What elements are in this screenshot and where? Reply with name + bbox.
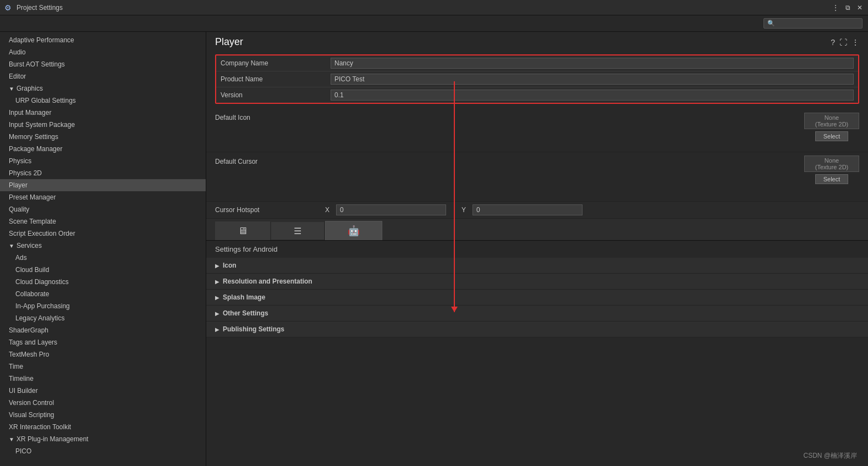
sidebar-item-burst-aot[interactable]: Burst AOT Settings: [0, 58, 206, 70]
sidebar-item-player[interactable]: Player: [0, 179, 206, 191]
search-bar-row: 🔍: [0, 15, 868, 32]
company-name-value: Nancy: [334, 59, 353, 67]
sidebar-item-xr-plugin[interactable]: ▼ XR Plug-in Management: [0, 433, 206, 445]
sidebar-item-visual-scripting[interactable]: Visual Scripting: [0, 409, 206, 421]
tab-webgl[interactable]: ☰: [271, 222, 324, 240]
sidebar: Adaptive Performance Audio Burst AOT Set…: [0, 32, 206, 466]
sidebar-item-cloud-diagnostics[interactable]: Cloud Diagnostics: [0, 276, 206, 288]
tab-standalone[interactable]: 🖥: [215, 221, 270, 240]
main-layout: Adaptive Performance Audio Burst AOT Set…: [0, 32, 868, 466]
tab-android[interactable]: 🤖: [325, 221, 382, 240]
section-icon-title: Icon: [223, 262, 237, 269]
section-other-title: Other Settings: [223, 309, 268, 317]
sidebar-item-adaptive-performance[interactable]: Adaptive Performance: [0, 34, 206, 46]
search-icon: 🔍: [767, 20, 775, 27]
section-resolution-title: Resolution and Presentation: [223, 278, 312, 285]
version-value-wrap[interactable]: 0.1: [331, 90, 854, 101]
section-resolution-arrow: ▶: [215, 279, 219, 285]
sidebar-item-pico[interactable]: PICO: [0, 445, 206, 457]
section-resolution: ▶ Resolution and Presentation: [206, 274, 868, 290]
sidebar-item-physics[interactable]: Physics: [0, 155, 206, 167]
sidebar-item-input-system[interactable]: Input System Package: [0, 119, 206, 131]
sidebar-item-preset-manager[interactable]: Preset Manager: [0, 191, 206, 203]
sidebar-item-urp-global[interactable]: URP Global Settings: [0, 95, 206, 107]
hotspot-x-label: X: [325, 206, 329, 214]
player-info-box: Company Name Nancy Product Name PICO Tes…: [215, 54, 859, 104]
section-other: ▶ Other Settings: [206, 306, 868, 321]
section-icon-arrow: ▶: [215, 263, 219, 269]
section-publishing: ▶ Publishing Settings: [206, 321, 868, 337]
platform-tabs: 🖥 ☰ 🤖: [206, 219, 868, 241]
section-icon: ▶ Icon: [206, 258, 868, 274]
sidebar-item-cloud-build[interactable]: Cloud Build: [0, 264, 206, 276]
section-other-arrow: ▶: [215, 310, 219, 317]
settings-icon: ⚙: [4, 3, 13, 12]
sidebar-item-physics-2d[interactable]: Physics 2D: [0, 167, 206, 179]
sidebar-item-version-control[interactable]: Version Control: [0, 397, 206, 409]
hotspot-y-label: Y: [462, 206, 466, 214]
sidebar-item-input-manager[interactable]: Input Manager: [0, 107, 206, 119]
section-other-header[interactable]: ▶ Other Settings: [206, 306, 868, 321]
sidebar-item-audio[interactable]: Audio: [0, 46, 206, 58]
sidebar-item-in-app-purchasing[interactable]: In-App Purchasing: [0, 300, 206, 312]
close-icon[interactable]: ✕: [856, 4, 864, 12]
sidebar-item-script-execution[interactable]: Script Execution Order: [0, 228, 206, 240]
sidebar-item-scene-template[interactable]: Scene Template: [0, 215, 206, 228]
sidebar-item-services-label: Services: [17, 242, 42, 249]
title-bar: ⚙ Project Settings ⋮ ⧉ ✕: [0, 0, 868, 15]
hotspot-fields: X Y: [325, 204, 859, 215]
sidebar-item-quality[interactable]: Quality: [0, 203, 206, 215]
company-name-value-wrap[interactable]: Nancy: [331, 58, 854, 69]
sidebar-item-timeline[interactable]: Timeline: [0, 373, 206, 385]
company-name-row: Company Name Nancy: [216, 56, 858, 71]
sidebar-item-ads[interactable]: Ads: [0, 252, 206, 264]
sidebar-item-editor[interactable]: Editor: [0, 70, 206, 82]
page-title: Player: [215, 36, 243, 48]
sidebar-item-package-manager[interactable]: Package Manager: [0, 143, 206, 155]
title-bar-controls: ⋮ ⧉ ✕: [832, 4, 864, 12]
sidebar-item-legacy-analytics[interactable]: Legacy Analytics: [0, 312, 206, 324]
default-icon-select-btn[interactable]: Select: [815, 131, 849, 141]
help-icon[interactable]: ?: [831, 38, 835, 47]
sidebar-item-xr-label: XR Plug-in Management: [17, 435, 89, 443]
section-icon-header[interactable]: ▶ Icon: [206, 258, 868, 273]
section-splash-title: Splash Image: [223, 293, 265, 301]
section-publishing-arrow: ▶: [215, 326, 219, 332]
sidebar-item-textmesh[interactable]: TextMesh Pro: [0, 348, 206, 360]
hotspot-y-input[interactable]: [473, 204, 583, 215]
content-panel: Player ? ⛶ ⋮ Company Name Nancy Product …: [206, 32, 868, 466]
sidebar-item-time[interactable]: Time: [0, 360, 206, 373]
search-input[interactable]: [777, 20, 859, 27]
sidebar-item-tags-layers[interactable]: Tags and Layers: [0, 336, 206, 348]
default-cursor-label: Default Cursor: [215, 156, 325, 165]
default-icon-label: Default Icon: [215, 112, 325, 121]
sidebar-item-ui-builder[interactable]: UI Builder: [0, 385, 206, 397]
sidebar-item-collaborate[interactable]: Collaborate: [0, 288, 206, 300]
sidebar-item-xr-interaction[interactable]: XR Interaction Toolkit: [0, 421, 206, 433]
version-row: Version 0.1: [216, 87, 858, 103]
content-header: Player ? ⛶ ⋮: [206, 32, 868, 52]
hotspot-x-input[interactable]: [336, 204, 446, 215]
restore-icon[interactable]: ⧉: [844, 4, 851, 12]
version-label: Version: [221, 91, 331, 99]
cursor-hotspot-label: Cursor Hotspot: [215, 206, 325, 214]
section-resolution-header[interactable]: ▶ Resolution and Presentation: [206, 274, 868, 289]
menu-icon[interactable]: ⋮: [832, 4, 839, 12]
company-name-label: Company Name: [221, 59, 331, 67]
sidebar-item-memory[interactable]: Memory Settings: [0, 131, 206, 143]
sidebar-item-shadergraph[interactable]: ShaderGraph: [0, 324, 206, 336]
section-splash-header[interactable]: ▶ Splash Image: [206, 290, 868, 305]
section-publishing-header[interactable]: ▶ Publishing Settings: [206, 321, 868, 337]
cursor-hotspot-row: Cursor Hotspot X Y: [206, 202, 868, 219]
expand-icon[interactable]: ⛶: [839, 38, 847, 47]
product-name-label: Product Name: [221, 75, 331, 83]
default-cursor-select-btn[interactable]: Select: [815, 174, 849, 184]
title-bar-title: Project Settings: [17, 4, 63, 12]
sidebar-item-services[interactable]: ▼ Services: [0, 240, 206, 252]
default-cursor-none: None(Texture 2D): [804, 156, 859, 172]
default-icon-row: Default Icon None(Texture 2D) Select: [206, 108, 868, 152]
more-icon[interactable]: ⋮: [851, 38, 859, 47]
sidebar-item-graphics[interactable]: ▼ Graphics: [0, 82, 206, 95]
product-name-value-wrap[interactable]: PICO Test: [331, 74, 854, 85]
sidebar-item-graphics-label: Graphics: [17, 85, 43, 92]
